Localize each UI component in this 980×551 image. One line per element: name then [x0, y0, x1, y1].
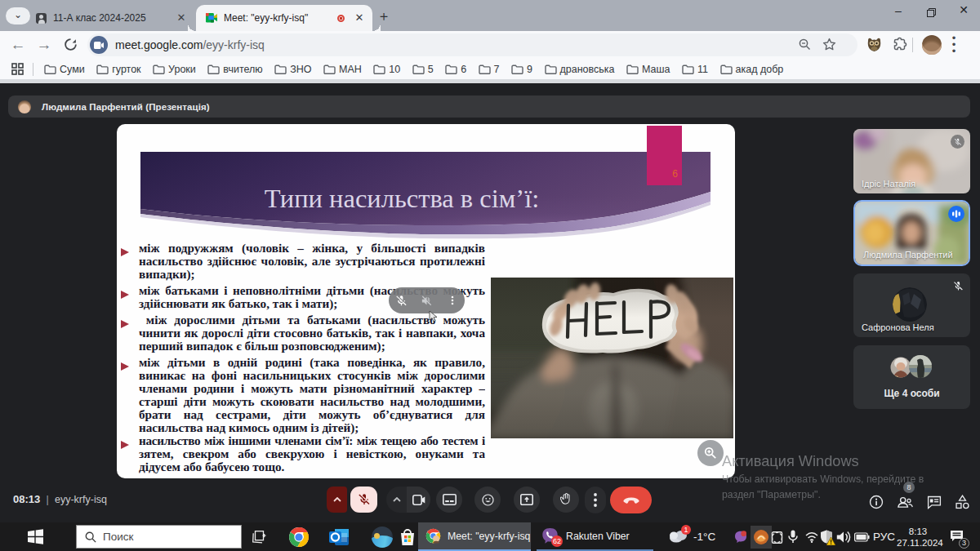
svg-text:6: 6 — [672, 168, 678, 180]
svg-text:Типи насильства в сім’ї:: Типи насильства в сім’ї: — [265, 184, 540, 213]
